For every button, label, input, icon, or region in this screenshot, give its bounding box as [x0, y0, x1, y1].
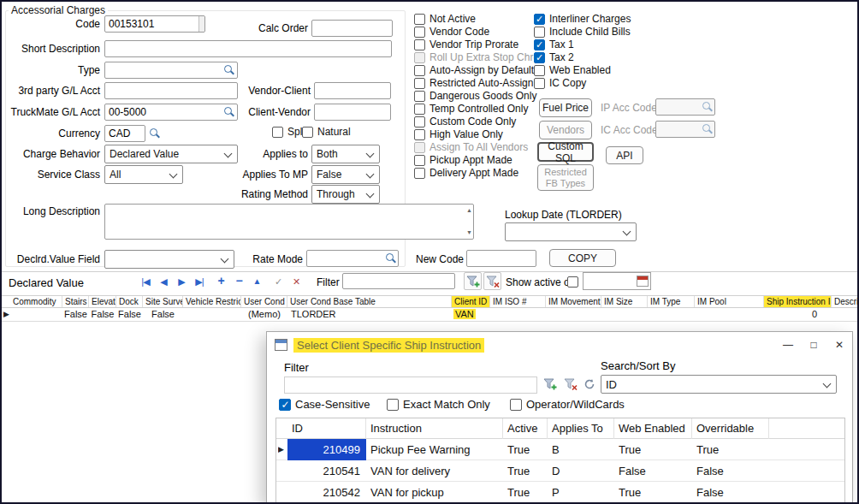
checkbox-web-enabled[interactable]: Web Enabled — [534, 64, 611, 76]
cell-ship-instruction-id[interactable]: 0 — [764, 308, 817, 321]
checkbox-vendor-trip-prorate[interactable]: Vendor Trip Prorate — [414, 39, 518, 50]
ship-instruction-row[interactable]: 210541 VAN for delivery True D False Fal… — [276, 460, 844, 482]
minimize-icon[interactable]: — — [775, 332, 801, 358]
charge-behavior-select[interactable]: Declared Value — [104, 145, 238, 163]
rate-mode-lookup-icon[interactable] — [385, 252, 396, 264]
checkbox-custom-code-only[interactable]: Custom Code Only — [414, 116, 516, 127]
grid-row[interactable]: ▶ False False False False (Memo) TLORDER… — [2, 308, 857, 322]
checkbox-dangerous-goods-only[interactable]: Dangerous Goods Only — [414, 90, 536, 102]
nav-edit-button[interactable]: ▲ — [248, 274, 265, 289]
checkbox-ic-copy[interactable]: IC Copy — [534, 77, 586, 89]
cell-web-enabled[interactable]: True — [619, 482, 692, 503]
scroll-up-icon[interactable]: ▲ — [466, 207, 472, 213]
clear-filter-icon[interactable] — [483, 272, 501, 290]
rating-method-select[interactable]: Through — [311, 185, 380, 204]
maximize-icon[interactable]: □ — [801, 332, 826, 358]
custom-sql-button[interactable]: Custom SQL — [537, 142, 594, 162]
short-description-input[interactable] — [104, 40, 392, 57]
checkbox-delivery-appt-made[interactable]: Delivery Appt Made — [414, 167, 518, 179]
col-header-commodity[interactable]: Commodity — [10, 296, 62, 307]
active-date-field[interactable] — [583, 272, 651, 290]
nav-delete-button[interactable]: − — [230, 273, 247, 288]
show-active-checkbox[interactable] — [567, 276, 578, 288]
cell-dock[interactable]: False — [116, 308, 143, 321]
applies-to-select[interactable]: Both — [311, 145, 380, 163]
col-header-overridable[interactable]: Overridable — [692, 418, 769, 439]
filter-input[interactable] — [342, 273, 455, 289]
col-header-dock[interactable]: Dock — [116, 296, 143, 307]
cell-web-enabled[interactable]: False — [619, 460, 692, 482]
col-header-im-iso[interactable]: IM ISO # — [490, 296, 546, 307]
cell-applies-to[interactable]: P — [552, 482, 614, 503]
checkbox-tax2[interactable]: Tax 2 — [534, 51, 574, 63]
calendar-icon[interactable] — [637, 276, 649, 287]
col-header-elevator[interactable]: Elevator — [89, 296, 116, 307]
apply-filter-icon[interactable] — [464, 272, 482, 290]
col-header-applies-to[interactable]: Applies To — [548, 418, 614, 439]
cell-client-id[interactable]: VAN — [453, 308, 476, 321]
col-header-user-cond-base-table[interactable]: User Cond Base Table — [287, 296, 452, 307]
third-party-gl-input[interactable] — [104, 82, 238, 99]
col-header-vehicle-restrict[interactable]: Vehicle Restrict — [183, 296, 241, 307]
col-header-instruction[interactable]: Instruction — [366, 418, 503, 439]
cell-active[interactable]: True — [507, 439, 548, 460]
api-button[interactable]: API — [606, 146, 643, 164]
cell-overridable[interactable]: True — [696, 439, 769, 460]
cell-instruction[interactable]: Pickup Fee Warning — [370, 439, 503, 460]
checkbox-temp-controlled-only[interactable]: Temp Controlled Only — [414, 103, 528, 115]
cell-web-enabled[interactable]: True — [619, 439, 692, 460]
col-header-site-survey[interactable]: Site Survey — [143, 296, 183, 307]
service-class-select[interactable]: All — [104, 165, 183, 184]
cell-overridable[interactable]: False — [696, 482, 769, 503]
checkbox-include-child-bills[interactable]: Include Child Bills — [534, 26, 631, 38]
code-field-button[interactable] — [198, 16, 204, 32]
code-input[interactable] — [104, 15, 205, 33]
checkbox-not-active[interactable]: Not Active — [414, 13, 476, 25]
cell-id[interactable]: 210499 — [287, 439, 366, 460]
calc-order-input[interactable] — [311, 20, 393, 37]
col-header-im-type[interactable]: IM Type — [648, 296, 695, 307]
cell-stairs[interactable]: False — [62, 308, 89, 321]
col-header-im-movement[interactable]: IM Movement — [546, 296, 601, 307]
vendor-client-input[interactable] — [314, 82, 391, 99]
currency-lookup-icon[interactable] — [149, 127, 160, 139]
cell-user-cond[interactable]: (Memo) — [241, 308, 287, 321]
cell-applies-to[interactable]: D — [552, 460, 614, 482]
cell-active[interactable]: True — [507, 460, 548, 482]
exact-match-only-checkbox[interactable]: Exact Match Only — [387, 398, 490, 411]
cell-user-cond-base-table[interactable]: TLORDER — [291, 308, 336, 321]
checkbox-high-value-only[interactable]: High Value Only — [414, 128, 503, 140]
cell-applies-to[interactable]: B — [552, 439, 614, 460]
long-description-textarea[interactable] — [104, 204, 474, 240]
search-sort-select[interactable]: ID — [601, 375, 837, 394]
declrd-value-field-select[interactable] — [104, 250, 234, 269]
dialog-apply-filter-icon[interactable] — [541, 375, 560, 394]
natural-checkbox[interactable]: Natural — [302, 126, 351, 138]
dialog-filter-input[interactable] — [284, 377, 537, 394]
col-header-web-enabled[interactable]: Web Enabled — [614, 418, 692, 439]
type-lookup-icon[interactable] — [223, 64, 234, 75]
nav-insert-button[interactable]: + — [212, 273, 229, 288]
lookup-date-select[interactable] — [505, 222, 637, 241]
col-header-description[interactable]: Description — [832, 296, 857, 307]
cell-elevator[interactable]: False — [89, 308, 116, 321]
cell-id[interactable]: 210541 — [287, 460, 366, 482]
col-header-user-cond[interactable]: User Cond — [241, 296, 287, 307]
case-sensitive-checkbox[interactable]: Case-Sensitive — [279, 398, 370, 411]
currency-input[interactable] — [104, 125, 145, 142]
applies-to-mp-select[interactable]: False — [311, 165, 380, 184]
close-icon[interactable]: ✕ — [826, 332, 852, 358]
col-header-stairs[interactable]: Stairs — [62, 296, 89, 307]
dialog-clear-filter-icon[interactable] — [561, 375, 580, 394]
col-header-im-pool[interactable]: IM Pool — [695, 296, 764, 307]
checkbox-auto-assign-default[interactable]: Auto-Assign by Default — [414, 64, 534, 76]
checkbox-pickup-appt-made[interactable]: Pickup Appt Made — [414, 154, 512, 166]
col-header-im-size[interactable]: IM Size — [601, 296, 648, 307]
ship-instruction-row[interactable]: ▶ 210499 Pickup Fee Warning True B True … — [276, 439, 844, 460]
cell-id[interactable]: 210542 — [287, 482, 366, 503]
nav-last-button[interactable]: ▶| — [191, 274, 208, 289]
checkbox-restricted-auto-assign[interactable]: Restricted Auto-Assign — [414, 77, 533, 89]
col-header-id[interactable]: ID — [287, 418, 366, 439]
checkbox-tax1[interactable]: Tax 1 — [534, 39, 574, 50]
col-header-client-id[interactable]: Client ID — [452, 296, 490, 307]
